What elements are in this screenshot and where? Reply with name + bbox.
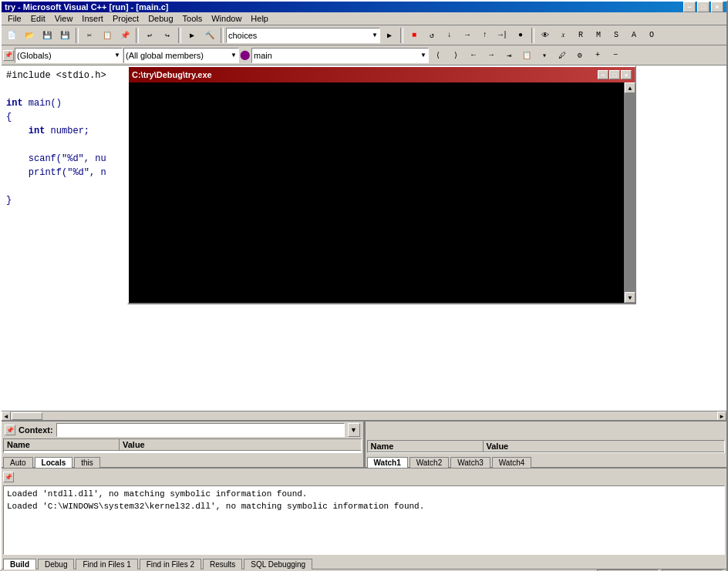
func-arrow[interactable]: ▼ [420, 52, 426, 59]
choices-arrow[interactable]: ▼ [372, 32, 378, 39]
mem-button[interactable]: M [590, 27, 607, 44]
context-dropdown-arrow[interactable]: ▼ [348, 423, 360, 437]
output-button[interactable]: O [643, 27, 660, 44]
undo-button[interactable]: ↩ [141, 27, 158, 44]
watch-button[interactable]: 👁 [537, 27, 554, 44]
menu-window[interactable]: Window [207, 12, 246, 25]
stepover-button[interactable]: → [459, 27, 476, 44]
tab-this[interactable]: this [74, 457, 100, 468]
menu-file[interactable]: File [3, 12, 26, 25]
menu-project[interactable]: Project [108, 12, 143, 25]
nav-btn6[interactable]: 📋 [518, 47, 535, 64]
menu-view[interactable]: View [50, 12, 78, 25]
console-title-bar: C:\try\Debug\try.exe − □ × [129, 67, 635, 82]
h-scroll-right[interactable]: ► [717, 411, 726, 420]
globals-dropdown[interactable]: (Globals) ▼ [15, 48, 123, 63]
nav-btn1[interactable]: ⟨ [430, 47, 447, 64]
h-scroll-left[interactable]: ◄ [2, 411, 11, 420]
scroll-up-button[interactable]: ▲ [625, 82, 635, 93]
tab-watch3[interactable]: Watch3 [450, 457, 490, 468]
menu-tools[interactable]: Tools [178, 12, 207, 25]
pin-button[interactable]: 📌 [3, 50, 14, 61]
members-arrow[interactable]: ▼ [231, 52, 237, 59]
asm-button[interactable]: A [625, 27, 642, 44]
toggle-bp-button[interactable]: ● [512, 27, 529, 44]
code-line-10: } [6, 193, 116, 207]
redo-button[interactable]: ↪ [159, 27, 176, 44]
go-button[interactable]: ▶ [381, 27, 398, 44]
nav-btn2[interactable]: ⟩ [447, 47, 464, 64]
nav-btn4[interactable]: → [483, 47, 500, 64]
locals-table-header: Name Value [4, 439, 361, 451]
code-line-2 [6, 82, 116, 96]
console-close[interactable]: × [621, 70, 632, 79]
nav-btn3[interactable]: ← [465, 47, 482, 64]
tab-auto[interactable]: Auto [3, 457, 33, 468]
nav-btn7[interactable]: ▾ [536, 47, 553, 64]
menu-insert[interactable]: Insert [77, 12, 108, 25]
tab-watch1[interactable]: Watch1 [367, 457, 408, 468]
minimize-button[interactable]: − [683, 2, 696, 12]
panel-left-pin[interactable]: 📌 [5, 425, 15, 435]
scroll-track[interactable] [625, 93, 635, 292]
globals-arrow[interactable]: ▼ [114, 52, 120, 59]
main-toolbar: 📄 📂 💾 💾 ✂ 📋 📌 ↩ ↪ ▶ 🔨 choices ▼ ▶ ■ ↺ ↓ … [2, 25, 726, 45]
stepout-button[interactable]: ↑ [477, 27, 494, 44]
console-minimize[interactable]: − [598, 70, 608, 79]
tab-debug[interactable]: Debug [38, 559, 74, 569]
console-maximize[interactable]: □ [609, 70, 620, 79]
stop-button[interactable]: ■ [406, 27, 423, 44]
copy-button[interactable]: 📋 [99, 27, 116, 44]
nav-btn5[interactable]: ⇥ [501, 47, 517, 64]
save-button[interactable]: 💾 [39, 27, 56, 44]
title-bar-buttons: − □ × [683, 2, 723, 12]
members-value: (All global members) [126, 51, 231, 60]
close-button[interactable]: × [711, 2, 723, 12]
output-toolbar: 📌 [2, 469, 726, 485]
save-all-button[interactable]: 💾 [56, 27, 73, 44]
nav-btn8[interactable]: 🖊 [554, 47, 571, 64]
watch-tabs: Watch1 Watch2 Watch3 Watch4 [366, 453, 727, 467]
new-button[interactable]: 📄 [3, 27, 20, 44]
restart-button[interactable]: ↺ [423, 27, 440, 44]
h-scroll-thumb[interactable] [12, 412, 42, 420]
panel-left: 📌 Context: ▼ Name Value Auto Locals this [2, 422, 366, 467]
func-dropdown[interactable]: main ▼ [251, 48, 429, 63]
scroll-down-button[interactable]: ▼ [625, 292, 635, 303]
h-scroll-track[interactable] [11, 411, 717, 420]
open-button[interactable]: 📂 [21, 27, 38, 44]
cut-button[interactable]: ✂ [81, 27, 98, 44]
code-editor[interactable]: #include <stdio.h> int main() { int numb… [2, 65, 121, 420]
stack-button[interactable]: S [608, 27, 625, 44]
choices-dropdown[interactable]: choices ▼ [226, 28, 380, 43]
members-dropdown[interactable]: (All global members) ▼ [123, 48, 239, 63]
menu-help[interactable]: Help [246, 12, 273, 25]
regs-button[interactable]: R [572, 27, 589, 44]
nav-btn10[interactable]: + [589, 47, 606, 64]
menu-debug[interactable]: Debug [143, 12, 177, 25]
tab-watch4[interactable]: Watch4 [492, 457, 532, 468]
tab-locals[interactable]: Locals [35, 457, 73, 468]
menu-edit[interactable]: Edit [26, 12, 50, 25]
runtocursor-button[interactable]: →| [494, 27, 511, 44]
paste-button[interactable]: 📌 [116, 27, 133, 44]
tab-build[interactable]: Build [3, 559, 36, 569]
vars-button[interactable]: 𝑥 [554, 27, 571, 44]
tab-watch2[interactable]: Watch2 [410, 457, 450, 468]
console-title-buttons: − □ × [598, 70, 632, 79]
maximize-button[interactable]: □ [697, 2, 709, 12]
build-button[interactable]: 🔨 [201, 27, 218, 44]
h-scrollbar[interactable]: ◄ ► [2, 411, 726, 420]
nav-btn9[interactable]: ⚙ [571, 47, 588, 64]
tab-results[interactable]: Results [203, 559, 242, 569]
output-pin[interactable]: 📌 [3, 472, 14, 482]
tab-find1[interactable]: Find in Files 1 [76, 559, 137, 569]
tab-sql[interactable]: SQL Debugging [244, 559, 312, 569]
context-input[interactable] [56, 423, 345, 437]
stepinto-button[interactable]: ↓ [441, 27, 458, 44]
console-scrollbar[interactable]: ▲ ▼ [624, 82, 635, 303]
compile-button[interactable]: ▶ [184, 27, 201, 44]
tab-find2[interactable]: Find in Files 2 [140, 559, 201, 569]
locals-tabs: Auto Locals this [2, 453, 363, 467]
nav-btn11[interactable]: − [607, 47, 624, 64]
